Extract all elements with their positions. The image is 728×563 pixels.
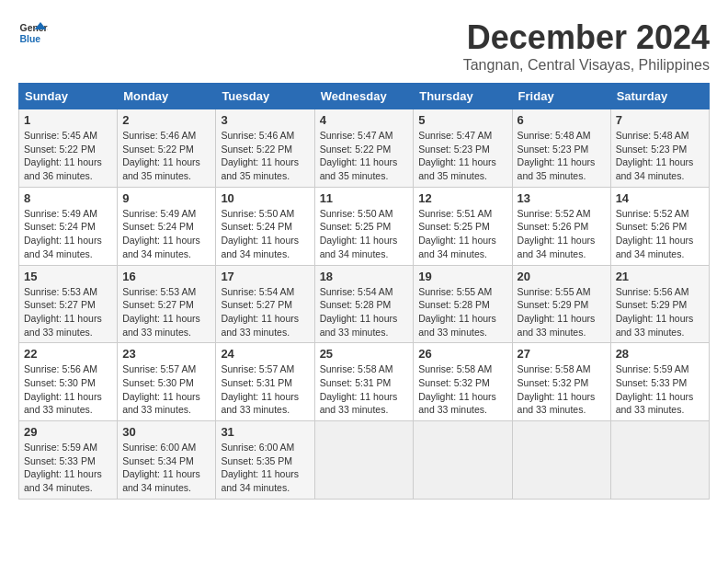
day-number: 22 — [24, 347, 112, 361]
day-number: 1 — [24, 113, 112, 127]
calendar-cell: 27 Sunrise: 5:58 AM Sunset: 5:32 PM Dayl… — [512, 343, 610, 421]
calendar-cell: 26 Sunrise: 5:58 AM Sunset: 5:32 PM Dayl… — [414, 343, 512, 421]
day-info: Sunrise: 5:48 AM Sunset: 5:23 PM Dayligh… — [616, 129, 704, 183]
calendar-cell: 4 Sunrise: 5:47 AM Sunset: 5:22 PM Dayli… — [314, 109, 414, 188]
day-number: 21 — [616, 270, 704, 283]
calendar-cell: 15 Sunrise: 5:53 AM Sunset: 5:27 PM Dayl… — [19, 265, 118, 343]
header-friday: Friday — [512, 84, 610, 109]
calendar-cell: 8 Sunrise: 5:49 AM Sunset: 5:24 PM Dayli… — [19, 187, 118, 265]
day-number: 19 — [418, 270, 506, 283]
calendar-cell: 18 Sunrise: 5:54 AM Sunset: 5:28 PM Dayl… — [314, 265, 414, 343]
page-header: General Blue December 2024 Tangnan, Cent… — [18, 18, 710, 74]
day-info: Sunrise: 5:46 AM Sunset: 5:22 PM Dayligh… — [122, 129, 210, 183]
day-info: Sunrise: 6:00 AM Sunset: 5:34 PM Dayligh… — [122, 441, 210, 495]
day-info: Sunrise: 5:48 AM Sunset: 5:23 PM Dayligh… — [518, 129, 606, 183]
header-tuesday: Tuesday — [216, 84, 314, 109]
day-number: 26 — [418, 347, 506, 361]
calendar-cell — [610, 421, 709, 500]
calendar-cell: 11 Sunrise: 5:50 AM Sunset: 5:25 PM Dayl… — [314, 187, 414, 265]
day-number: 24 — [221, 347, 309, 361]
calendar-table: Sunday Monday Tuesday Wednesday Thursday… — [18, 83, 710, 500]
day-info: Sunrise: 5:52 AM Sunset: 5:26 PM Dayligh… — [518, 207, 606, 261]
day-number: 30 — [122, 425, 210, 439]
day-number: 16 — [122, 270, 210, 283]
day-info: Sunrise: 5:58 AM Sunset: 5:32 PM Dayligh… — [518, 362, 606, 417]
svg-text:Blue: Blue — [20, 34, 41, 44]
header-sunday: Sunday — [19, 84, 118, 109]
calendar-cell: 7 Sunrise: 5:48 AM Sunset: 5:23 PM Dayli… — [610, 109, 709, 188]
calendar-cell — [512, 421, 610, 500]
day-number: 27 — [518, 347, 606, 361]
day-info: Sunrise: 5:59 AM Sunset: 5:33 PM Dayligh… — [616, 362, 704, 417]
calendar-row: 1 Sunrise: 5:45 AM Sunset: 5:22 PM Dayli… — [19, 109, 710, 188]
calendar-row: 29 Sunrise: 5:59 AM Sunset: 5:33 PM Dayl… — [19, 421, 710, 500]
day-number: 12 — [418, 191, 506, 205]
location-title: Tangnan, Central Visayas, Philippines — [463, 57, 710, 74]
calendar-cell: 30 Sunrise: 6:00 AM Sunset: 5:34 PM Dayl… — [118, 421, 216, 500]
day-info: Sunrise: 5:51 AM Sunset: 5:25 PM Dayligh… — [418, 207, 506, 261]
calendar-cell: 16 Sunrise: 5:53 AM Sunset: 5:27 PM Dayl… — [118, 265, 216, 343]
day-number: 9 — [122, 191, 210, 205]
header-monday: Monday — [118, 84, 216, 109]
day-number: 10 — [221, 191, 309, 205]
calendar-cell: 6 Sunrise: 5:48 AM Sunset: 5:23 PM Dayli… — [512, 109, 610, 188]
header-thursday: Thursday — [414, 84, 512, 109]
calendar-cell: 9 Sunrise: 5:49 AM Sunset: 5:24 PM Dayli… — [118, 187, 216, 265]
calendar-cell — [314, 421, 414, 500]
calendar-cell: 5 Sunrise: 5:47 AM Sunset: 5:23 PM Dayli… — [414, 109, 512, 188]
calendar-header-row: Sunday Monday Tuesday Wednesday Thursday… — [19, 84, 710, 109]
calendar-cell: 24 Sunrise: 5:57 AM Sunset: 5:31 PM Dayl… — [216, 343, 314, 421]
logo: General Blue — [18, 18, 48, 48]
calendar-cell: 19 Sunrise: 5:55 AM Sunset: 5:28 PM Dayl… — [414, 265, 512, 343]
day-info: Sunrise: 5:46 AM Sunset: 5:22 PM Dayligh… — [221, 129, 309, 183]
day-info: Sunrise: 5:49 AM Sunset: 5:24 PM Dayligh… — [24, 207, 112, 261]
day-number: 2 — [122, 113, 210, 127]
day-number: 6 — [518, 113, 606, 127]
calendar-cell: 28 Sunrise: 5:59 AM Sunset: 5:33 PM Dayl… — [610, 343, 709, 421]
day-number: 29 — [24, 425, 112, 439]
day-number: 28 — [616, 347, 704, 361]
calendar-cell: 29 Sunrise: 5:59 AM Sunset: 5:33 PM Dayl… — [19, 421, 118, 500]
day-number: 18 — [320, 270, 409, 283]
day-info: Sunrise: 5:52 AM Sunset: 5:26 PM Dayligh… — [616, 207, 704, 261]
day-info: Sunrise: 5:56 AM Sunset: 5:29 PM Dayligh… — [616, 285, 704, 339]
month-title: December 2024 — [463, 18, 710, 57]
day-info: Sunrise: 5:50 AM Sunset: 5:25 PM Dayligh… — [320, 207, 409, 261]
calendar-cell: 14 Sunrise: 5:52 AM Sunset: 5:26 PM Dayl… — [610, 187, 709, 265]
day-number: 14 — [616, 191, 704, 205]
calendar-cell: 12 Sunrise: 5:51 AM Sunset: 5:25 PM Dayl… — [414, 187, 512, 265]
day-info: Sunrise: 5:50 AM Sunset: 5:24 PM Dayligh… — [221, 207, 309, 261]
calendar-cell: 10 Sunrise: 5:50 AM Sunset: 5:24 PM Dayl… — [216, 187, 314, 265]
day-info: Sunrise: 5:58 AM Sunset: 5:32 PM Dayligh… — [418, 362, 506, 417]
day-number: 7 — [616, 113, 704, 127]
calendar-cell: 21 Sunrise: 5:56 AM Sunset: 5:29 PM Dayl… — [610, 265, 709, 343]
day-number: 17 — [221, 270, 309, 283]
day-info: Sunrise: 5:57 AM Sunset: 5:30 PM Dayligh… — [122, 362, 210, 417]
day-info: Sunrise: 6:00 AM Sunset: 5:35 PM Dayligh… — [221, 441, 309, 495]
day-info: Sunrise: 5:47 AM Sunset: 5:23 PM Dayligh… — [418, 129, 506, 183]
day-info: Sunrise: 5:55 AM Sunset: 5:28 PM Dayligh… — [418, 285, 506, 339]
calendar-cell: 1 Sunrise: 5:45 AM Sunset: 5:22 PM Dayli… — [19, 109, 118, 188]
calendar-cell: 25 Sunrise: 5:58 AM Sunset: 5:31 PM Dayl… — [314, 343, 414, 421]
calendar-row: 22 Sunrise: 5:56 AM Sunset: 5:30 PM Dayl… — [19, 343, 710, 421]
title-area: December 2024 Tangnan, Central Visayas, … — [463, 18, 710, 74]
day-number: 15 — [24, 270, 112, 283]
day-info: Sunrise: 5:47 AM Sunset: 5:22 PM Dayligh… — [320, 129, 409, 183]
day-info: Sunrise: 5:56 AM Sunset: 5:30 PM Dayligh… — [24, 362, 112, 417]
day-info: Sunrise: 5:53 AM Sunset: 5:27 PM Dayligh… — [122, 285, 210, 339]
day-number: 31 — [221, 425, 309, 439]
calendar-cell: 31 Sunrise: 6:00 AM Sunset: 5:35 PM Dayl… — [216, 421, 314, 500]
day-info: Sunrise: 5:49 AM Sunset: 5:24 PM Dayligh… — [122, 207, 210, 261]
calendar-row: 15 Sunrise: 5:53 AM Sunset: 5:27 PM Dayl… — [19, 265, 710, 343]
logo-icon: General Blue — [18, 18, 48, 48]
day-number: 20 — [518, 270, 606, 283]
header-wednesday: Wednesday — [314, 84, 414, 109]
day-info: Sunrise: 5:57 AM Sunset: 5:31 PM Dayligh… — [221, 362, 309, 417]
day-info: Sunrise: 5:45 AM Sunset: 5:22 PM Dayligh… — [24, 129, 112, 183]
header-saturday: Saturday — [610, 84, 709, 109]
day-number: 3 — [221, 113, 309, 127]
calendar-cell: 22 Sunrise: 5:56 AM Sunset: 5:30 PM Dayl… — [19, 343, 118, 421]
day-number: 25 — [320, 347, 409, 361]
day-info: Sunrise: 5:55 AM Sunset: 5:29 PM Dayligh… — [518, 285, 606, 339]
day-number: 23 — [122, 347, 210, 361]
